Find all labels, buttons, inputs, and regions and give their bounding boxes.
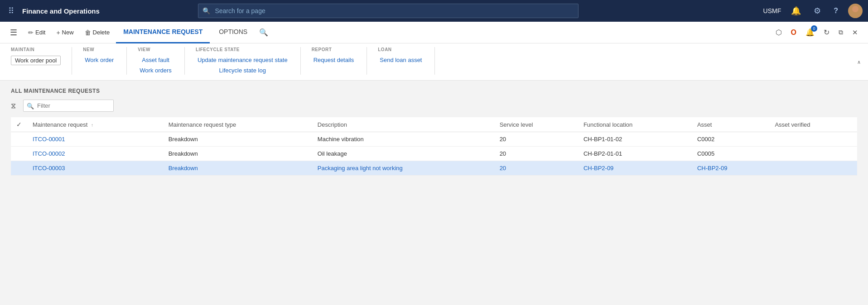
ribbon-work-order[interactable]: Work order xyxy=(83,56,116,64)
table-header: ✓ Maintenance request ↑ Maintenance requ… xyxy=(11,117,857,132)
table-row: ITCO-00001 Breakdown Machine vibration 2… xyxy=(11,132,857,147)
svg-point-1 xyxy=(850,13,861,18)
ribbon-collapse-button[interactable]: ∧ xyxy=(857,59,861,65)
delete-label: Delete xyxy=(93,29,110,36)
row-3-service-level: 20 xyxy=(494,161,578,176)
col-functional-location-label: Functional location xyxy=(583,121,632,128)
row-3-description: Packaging area light not working xyxy=(312,161,494,176)
powerbi-icon: ⬡ xyxy=(776,28,782,37)
ribbon-items-new: Work order xyxy=(83,56,116,64)
row-1-asset: C0002 xyxy=(692,132,770,147)
row-1-checkbox[interactable] xyxy=(11,132,27,147)
ribbon-work-orders[interactable]: Work orders xyxy=(138,66,174,75)
plus-icon: + xyxy=(56,29,60,36)
col-maintenance-request-label: Maintenance request xyxy=(33,121,87,128)
row-3-asset[interactable]: CH-BP2-09 xyxy=(692,161,770,176)
grid-menu-button[interactable]: ⠿ xyxy=(5,3,17,19)
delete-button[interactable]: 🗑 Delete xyxy=(80,26,115,39)
ribbon-items-loan: Send loan asset xyxy=(378,56,424,64)
main-content: ALL MAINTENANCE REQUESTS ⧖ 🔍 ✓ Maintenan… xyxy=(0,81,868,262)
top-nav: ⠿ Finance and Operations 🔍 USMF 🔔 ⚙ ? xyxy=(0,0,868,22)
ribbon-items-report: Request details xyxy=(312,56,356,64)
row-1-maintenance-request[interactable]: ITCO-00001 xyxy=(27,132,163,147)
badge-button[interactable]: 🔔 0 xyxy=(803,25,817,39)
help-button[interactable]: ? xyxy=(831,4,841,18)
ribbon-group-lifecycle: LIFECYCLE STATE Update maintenance reque… xyxy=(196,47,301,75)
checkmark-icon: ✓ xyxy=(16,121,22,128)
refresh-button[interactable]: ↻ xyxy=(821,25,832,39)
data-table: ✓ Maintenance request ↑ Maintenance requ… xyxy=(11,117,857,176)
open-new-button[interactable]: ⧉ xyxy=(836,26,846,39)
toolbar-search-button[interactable]: 🔍 xyxy=(256,25,271,39)
row-2-checkbox[interactable] xyxy=(11,147,27,161)
ribbon-items-maintain: Work order pool xyxy=(11,56,61,65)
office-button[interactable]: O xyxy=(788,26,799,39)
ribbon-work-order-pool[interactable]: Work order pool xyxy=(11,56,61,65)
close-button[interactable]: ✕ xyxy=(849,26,861,39)
toolbar-search-icon: 🔍 xyxy=(259,28,268,37)
ribbon-group-view-title: VIEW xyxy=(138,47,174,52)
settings-button[interactable]: ⚙ xyxy=(811,3,824,19)
ribbon-group-new-title: NEW xyxy=(83,47,116,52)
grid-icon: ⠿ xyxy=(8,6,14,16)
table-header-asset[interactable]: Asset xyxy=(692,117,770,132)
col-description-label: Description xyxy=(318,121,347,128)
edit-button[interactable]: ✏ Edit xyxy=(24,26,50,39)
powerbi-button[interactable]: ⬡ xyxy=(773,25,785,39)
ribbon-group-loan: LOAN Send loan asset xyxy=(378,47,435,75)
section-title: ALL MAINTENANCE REQUESTS xyxy=(11,88,857,94)
search-input[interactable] xyxy=(198,4,579,18)
open-new-icon: ⧉ xyxy=(839,29,843,36)
tab-maintenance-request[interactable]: MAINTENANCE REQUEST xyxy=(116,22,210,43)
table-header-maintenance-type[interactable]: Maintenance request type xyxy=(163,117,312,132)
chevron-up-icon: ∧ xyxy=(857,59,861,64)
row-2-maintenance-request[interactable]: ITCO-00002 xyxy=(27,147,163,161)
filter-icon: ⧖ xyxy=(11,102,16,110)
row-3-functional-location[interactable]: CH-BP2-09 xyxy=(578,161,692,176)
ribbon-lifecycle-log[interactable]: Lifecycle state log xyxy=(196,66,289,75)
table-body: ITCO-00001 Breakdown Machine vibration 2… xyxy=(11,132,857,176)
table-header-asset-verified[interactable]: Asset verified xyxy=(769,117,857,132)
ribbon-group-maintain-title: MAINTAIN xyxy=(11,47,61,52)
row-3-asset-verified xyxy=(769,161,857,176)
search-icon: 🔍 xyxy=(203,7,210,14)
row-2-maintenance-type: Breakdown xyxy=(163,147,312,161)
hamburger-button[interactable]: ☰ xyxy=(7,25,20,40)
table-header-checkbox: ✓ xyxy=(11,117,27,132)
ribbon-group-loan-title: LOAN xyxy=(378,47,424,52)
new-label: New xyxy=(62,29,74,36)
filter-button[interactable]: ⧖ xyxy=(11,100,19,112)
svg-point-0 xyxy=(852,6,858,12)
row-3-checkbox[interactable] xyxy=(11,161,27,176)
row-3-maintenance-request[interactable]: ITCO-00003 xyxy=(27,161,163,176)
notification-button[interactable]: 🔔 xyxy=(788,3,804,19)
ribbon-group-new: NEW Work order xyxy=(83,47,127,75)
refresh-icon: ↻ xyxy=(824,28,829,37)
username-label: USMF xyxy=(763,7,781,14)
filter-input[interactable] xyxy=(23,100,114,112)
toolbar-left: ✏ Edit + New 🗑 Delete MAINTENANCE REQUES… xyxy=(24,22,271,43)
ribbon-request-details[interactable]: Request details xyxy=(312,56,356,64)
table-header-maintenance-request[interactable]: Maintenance request ↑ xyxy=(27,117,163,132)
ribbon-group-maintain: MAINTAIN Work order pool xyxy=(11,47,72,75)
col-asset-verified-label: Asset verified xyxy=(775,121,810,128)
ribbon-asset-fault[interactable]: Asset fault xyxy=(138,56,174,64)
ribbon-send-loan-asset[interactable]: Send loan asset xyxy=(378,56,424,64)
delete-icon: 🗑 xyxy=(85,29,91,36)
new-button[interactable]: + New xyxy=(52,26,78,39)
avatar[interactable] xyxy=(848,4,863,18)
top-nav-right: USMF 🔔 ⚙ ? xyxy=(763,3,863,19)
row-3-maintenance-type[interactable]: Breakdown xyxy=(163,161,312,176)
office-icon: O xyxy=(791,29,796,37)
edit-icon: ✏ xyxy=(28,29,34,36)
row-2-service-level: 20 xyxy=(494,147,578,161)
table-header-description[interactable]: Description xyxy=(312,117,494,132)
table-header-service-level[interactable]: Service level xyxy=(494,117,578,132)
tab-options[interactable]: OPTIONS xyxy=(212,22,255,43)
gear-icon: ⚙ xyxy=(814,6,821,16)
table-header-functional-location[interactable]: Functional location xyxy=(578,117,692,132)
table-row: ITCO-00003 Breakdown Packaging area ligh… xyxy=(11,161,857,176)
tab-maintenance-label: MAINTENANCE REQUEST xyxy=(123,28,203,35)
global-search: 🔍 xyxy=(198,4,579,18)
ribbon-update-maintenance[interactable]: Update maintenance request state xyxy=(196,56,289,64)
